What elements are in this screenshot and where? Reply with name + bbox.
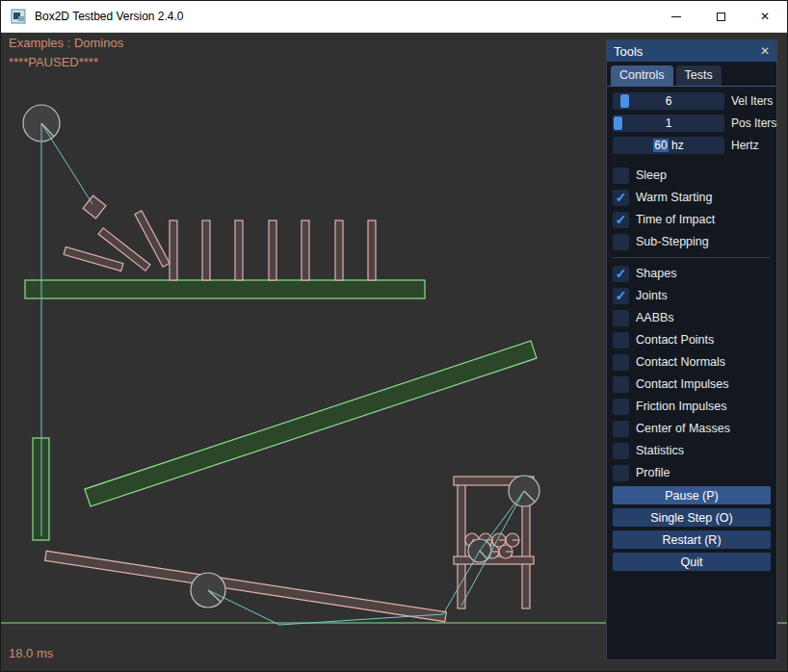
time-of-impact-label: Time of Impact [636,213,715,226]
check-icon: ✓ [616,213,627,226]
aabbs-checkbox[interactable] [613,310,629,326]
checkbox-row-warm-starting[interactable]: ✓ Warm Starting [613,189,771,206]
tools-panel-title: Tools [614,44,643,59]
checkbox-row-statistics[interactable]: Statistics [613,442,771,459]
hertz-selected-value: 60 [653,139,668,152]
sub-stepping-label: Sub-Stepping [636,235,709,248]
checkbox-row-contact-points[interactable]: Contact Points [613,331,771,349]
seesaw-plank[interactable] [45,551,447,621]
checkbox-row-joints[interactable]: ✓ Joints [613,287,771,304]
profile-checkbox[interactable] [613,465,629,481]
dominos-platform [25,280,425,298]
contact-impulses-label: Contact Impulses [636,377,729,391]
panel-close-icon[interactable]: ✕ [760,45,770,57]
separator [613,257,771,258]
minimize-icon [671,16,681,17]
joints-label: Joints [636,289,668,302]
pos-iters-value: 1 [613,115,724,132]
tools-panel: Tools ✕ Controls Tests 6 Vel Iters 1 [606,39,777,660]
shapes-checkbox[interactable]: ✓ [613,266,629,282]
tools-tabbar: Controls Tests [607,62,776,87]
joints-checkbox[interactable]: ✓ [613,288,629,304]
contact-points-checkbox[interactable] [613,332,629,349]
tab-tests[interactable]: Tests [676,65,722,86]
checkbox-row-profile[interactable]: Profile [613,464,771,481]
center-of-masses-checkbox[interactable] [613,421,629,437]
shapes-label: Shapes [636,267,676,280]
dominos[interactable] [64,211,376,280]
checkbox-row-sub-stepping[interactable]: Sub-Stepping [613,233,771,250]
hertz-suffix: hz [669,139,684,152]
tools-panel-titlebar[interactable]: Tools ✕ [607,40,776,62]
contact-normals-checkbox[interactable] [613,354,629,371]
hertz-input[interactable]: 60 hz [613,137,724,154]
hertz-label: Hertz [731,139,759,152]
hertz-row: 60 hz Hertz [613,137,771,154]
aabbs-label: AABBs [636,311,674,324]
vel-iters-row: 6 Vel Iters [613,92,771,110]
statistics-label: Statistics [636,444,684,457]
tab-controls[interactable]: Controls [611,65,673,86]
checkbox-row-contact-normals[interactable]: Contact Normals [613,353,771,371]
checkbox-row-sleep[interactable]: Sleep [613,167,771,184]
sleep-label: Sleep [636,168,667,182]
statistics-checkbox[interactable] [613,443,629,459]
tools-panel-content: 6 Vel Iters 1 Pos Iters 60 hz Hertz [607,87,776,575]
friction-impulses-checkbox[interactable] [613,399,629,415]
sleep-checkbox[interactable] [613,168,629,184]
pos-iters-slider[interactable]: 1 [613,115,724,132]
contact-impulses-checkbox[interactable] [613,376,629,393]
checkbox-row-aabbs[interactable]: AABBs [613,309,771,326]
warm-starting-label: Warm Starting [636,191,712,204]
close-button[interactable]: ✕ [743,1,787,32]
check-icon: ✓ [616,191,627,204]
window-title: Box2D Testbed Version 2.4.0 [35,10,184,23]
maximize-button[interactable] [698,1,743,32]
paused-label: ****PAUSED**** [9,55,98,69]
single-step-button[interactable]: Single Step (O) [613,508,771,527]
pause-button[interactable]: Pause (P) [613,486,771,504]
center-of-masses-label: Center of Masses [636,422,730,435]
window-titlebar[interactable]: Box2D Testbed Version 2.4.0 ✕ [1,1,787,33]
checkbox-row-friction-impulses[interactable]: Friction Impulses [613,398,771,415]
app-icon [11,9,26,24]
checkbox-row-time-of-impact[interactable]: ✓ Time of Impact [613,211,771,228]
close-icon: ✕ [760,11,770,22]
profile-label: Profile [636,466,670,479]
example-label: Examples : Dominos [9,36,123,50]
vel-iters-label: Vel Iters [731,94,773,108]
maximize-icon [717,13,725,21]
caption-buttons: ✕ [654,1,787,32]
app-window: Box2D Testbed Version 2.4.0 ✕ Examples :… [0,0,788,672]
time-of-impact-checkbox[interactable]: ✓ [613,212,629,228]
pos-iters-row: 1 Pos Iters [613,115,771,132]
checkbox-row-contact-impulses[interactable]: Contact Impulses [613,375,771,393]
restart-button[interactable]: Restart (R) [613,530,771,549]
checkbox-row-shapes[interactable]: ✓ Shapes [613,265,771,282]
frame-time-label: 18.0 ms [9,646,53,660]
contact-normals-label: Contact Normals [636,355,725,369]
checkbox-row-center-of-masses[interactable]: Center of Masses [613,420,771,437]
sub-stepping-checkbox[interactable] [613,234,629,250]
check-icon: ✓ [616,267,627,280]
vel-iters-slider[interactable]: 6 [613,92,724,110]
contact-points-label: Contact Points [636,333,714,347]
warm-starting-checkbox[interactable]: ✓ [613,190,629,206]
hanging-box[interactable] [83,195,106,219]
vel-iters-value: 6 [613,92,724,110]
quit-button[interactable]: Quit [613,553,771,571]
friction-impulses-label: Friction Impulses [636,400,726,413]
minimize-button[interactable] [654,1,698,32]
pos-iters-label: Pos Iters [731,116,776,130]
check-icon: ✓ [616,289,627,302]
